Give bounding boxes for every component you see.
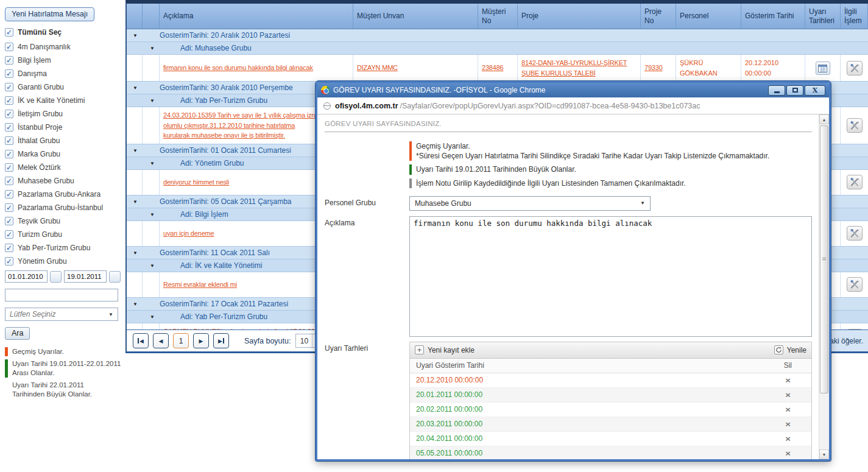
filter-select[interactable]: Lütfen Seçiniz ▼ [5,308,118,321]
musteri-no-link[interactable]: 238486 [482,63,504,73]
sidebar-group-item[interactable]: ✓ Muhasebe Grubu [5,177,123,185]
aciklama-link[interactable]: 24.03.2010-15359 Tarih ve sayı ile 1 yıl… [163,110,317,141]
sidebar-group-item[interactable]: ✓ Garanti Grubu [5,83,123,91]
calendar-icon[interactable] [50,271,62,283]
checkbox-checked-icon[interactable]: ✓ [5,56,13,65]
collapse-icon[interactable]: ▼ [150,212,155,217]
personel-grubu-select[interactable]: Muhasebe Grubu ▼ [409,196,651,211]
delete-x-icon[interactable]: × [785,435,791,443]
maximize-button[interactable] [786,85,803,96]
proje-link[interactable]: 8142-DANI-YAB-UYRUKLU-ŞİRKET ŞUBE KURULU… [521,58,637,78]
delete-x-icon[interactable]: × [785,376,791,384]
pager-last-button[interactable]: ▶ [213,333,229,348]
minimize-button[interactable] [768,85,785,96]
aciklama-link[interactable]: firmanın konu ile son durumu hakkında bi… [163,63,313,73]
collapse-icon[interactable]: ▼ [150,46,155,51]
checkbox-checked-icon[interactable]: ✓ [5,28,13,37]
date-to-input[interactable] [64,270,107,283]
sidebar-group-item[interactable]: ✓ İthalat Grubu [5,136,123,145]
column-header[interactable]: İlgili İşlem [841,4,868,29]
sidebar-group-item[interactable]: ✓ Danışma [5,69,123,78]
collapse-icon[interactable]: ▼ [133,33,138,38]
checkbox-checked-icon[interactable]: ✓ [5,69,13,78]
checkbox-checked-icon[interactable]: ✓ [5,96,13,105]
delete-x-icon[interactable]: × [785,391,791,399]
popup-urlbar[interactable]: ofisyol.4m.com.tr /Sayfalar/Gorev/popUpG… [317,97,829,114]
calendar-icon[interactable] [109,271,121,283]
collapse-icon[interactable]: ▼ [133,199,138,205]
checkbox-checked-icon[interactable]: ✓ [5,136,13,145]
column-header[interactable]: Personel [676,4,741,29]
sidebar-group-item[interactable]: ✓ Pazarlama Grubu-Ankara [5,190,123,199]
sidebar-group-item[interactable]: ✓ Yab Per-Turizm Grubu [5,244,123,252]
checkbox-checked-icon[interactable]: ✓ [5,110,13,118]
checkbox-checked-icon[interactable]: ✓ [5,230,13,239]
refresh-button[interactable]: Yenile [774,345,806,354]
search-button[interactable]: Ara [5,327,30,340]
sidebar-group-item[interactable]: ✓ Marka Grubu [5,150,123,158]
collapse-icon[interactable]: ▼ [133,301,138,307]
checkbox-checked-icon[interactable]: ✓ [5,203,13,212]
scrollbar-thumb[interactable] [820,125,828,393]
column-header[interactable]: Uyarı Tarihleri [805,4,841,29]
checkbox-checked-icon[interactable]: ✓ [5,43,13,51]
sidebar-group-item[interactable]: ✓ Yönetim Grubu [5,257,123,266]
proje-no-link[interactable]: 79330 [644,63,663,73]
pager-next-button[interactable]: ▶ [193,333,209,348]
column-header[interactable]: Proje [518,4,641,29]
delete-x-icon[interactable]: × [785,420,791,428]
uyari-tarihleri-calendar-button[interactable] [816,62,830,75]
delete-x-icon[interactable]: × [785,406,791,414]
column-header[interactable] [127,4,143,29]
close-button[interactable]: X [805,85,825,96]
sidebar-group-item[interactable]: ✓ İK ve Kalite Yönetimi [5,96,123,105]
delete-x-icon[interactable]: × [785,449,791,457]
checkbox-checked-icon[interactable]: ✓ [5,190,13,199]
aciklama-textarea[interactable]: firmanın konu ile son durumu hakkında bi… [409,216,812,337]
sidebar-group-item[interactable]: ✓ Bilgi İşlem [5,56,123,65]
checkbox-checked-icon[interactable]: ✓ [5,244,13,252]
pager-current-page[interactable]: 1 [173,333,189,348]
sidebar-group-item[interactable]: ✓ Turizm Grubu [5,230,123,239]
sidebar-group-item[interactable]: ✓ 4m Danışmanlık [5,43,123,51]
ilgili-islem-tools-button[interactable] [847,61,863,76]
checkbox-checked-icon[interactable]: ✓ [5,83,13,91]
collapse-icon[interactable]: ▼ [150,314,155,320]
select-all-checkbox-row[interactable]: ✓ Tümünü Seç [5,28,123,37]
column-header[interactable]: Müşteri No [478,4,518,29]
checkbox-checked-icon[interactable]: ✓ [5,217,13,225]
group-header-row[interactable]: ▼ GosterimTarihi: 20 Aralık 2010 Pazarte… [127,29,868,42]
sidebar-group-item[interactable]: ✓ İletişim Grubu [5,110,123,118]
add-record-button[interactable]: + Yeni kayıt ekle [415,345,475,354]
column-header[interactable] [143,4,160,29]
new-reminder-message-button[interactable]: Yeni Hatırlatma Mesajı [5,7,94,21]
collapse-icon[interactable]: ▼ [150,161,155,166]
ilgili-islem-tools-button[interactable] [847,277,863,292]
aciklama-link[interactable]: uyarı için deneme [163,228,214,239]
ilgili-islem-tools-button[interactable] [847,118,863,133]
popup-titlebar[interactable]: GÖREV UYARI SAYFASINDASINIZ. -OFİSYOL - … [317,83,829,97]
sidebar-group-item[interactable]: ✓ Pazarlama Grubu-İstanbul [5,203,123,212]
subgroup-header-row[interactable]: ▼ Adi: Muhasebe Grubu [127,42,868,55]
sidebar-group-item[interactable]: ✓ İstanbul Proje [5,123,123,132]
aciklama-link[interactable]: deniyoruz himmet nesli [163,177,229,188]
collapse-icon[interactable]: ▼ [133,148,138,153]
column-header[interactable]: Proje No [641,4,676,29]
column-header[interactable]: Müşteri Unvan [353,4,478,29]
checkbox-checked-icon[interactable]: ✓ [5,163,13,172]
column-header[interactable]: Gösterim Tarihi [741,4,805,29]
filter-text-input[interactable] [5,289,118,301]
collapse-icon[interactable]: ▼ [150,263,155,269]
ilgili-islem-tools-button[interactable] [847,226,863,241]
column-header[interactable]: Açıklama [160,4,353,29]
sidebar-group-item[interactable]: ✓ Teşvik Grubu [5,217,123,225]
popup-scrollbar[interactable]: ▲ ▼ [819,114,829,459]
pager-prev-button[interactable]: ◀ [153,333,169,348]
collapse-icon[interactable]: ▼ [133,85,138,91]
sidebar-group-item[interactable]: ✓ Melek Öztürk [5,163,123,172]
date-from-input[interactable] [5,270,48,283]
checkbox-checked-icon[interactable]: ✓ [5,123,13,132]
aciklama-link[interactable]: Resmi evraklar eklendi mi [163,280,237,290]
pager-first-button[interactable]: ◀ [133,333,149,348]
ilgili-islem-tools-button[interactable] [847,175,863,189]
